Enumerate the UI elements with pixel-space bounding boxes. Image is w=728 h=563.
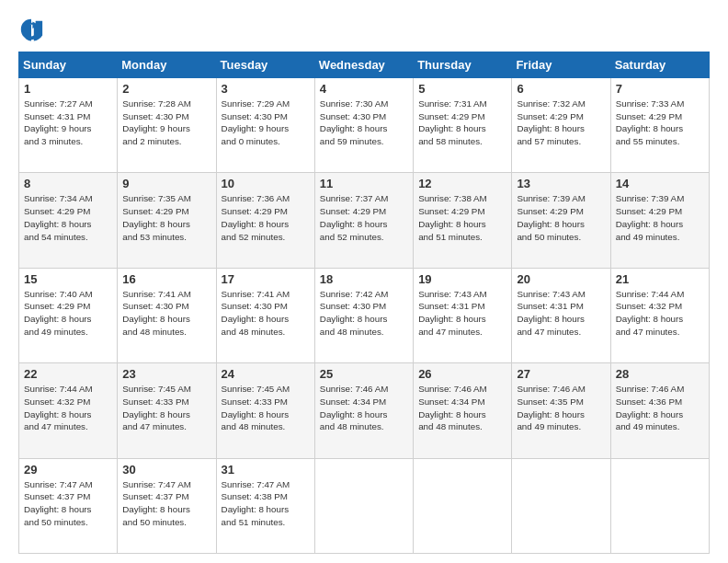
day-info: Sunrise: 7:46 AMSunset: 4:34 PMDaylight:…	[418, 383, 506, 433]
day-number: 26	[418, 367, 506, 381]
calendar-cell: 14 Sunrise: 7:39 AMSunset: 4:29 PMDaylig…	[610, 173, 709, 268]
day-number: 22	[24, 367, 112, 381]
day-info: Sunrise: 7:29 AMSunset: 4:30 PMDaylight:…	[222, 98, 310, 148]
calendar-cell: 20 Sunrise: 7:43 AMSunset: 4:31 PMDaylig…	[512, 268, 610, 362]
day-info: Sunrise: 7:45 AMSunset: 4:33 PMDaylight:…	[122, 383, 210, 433]
day-number: 1	[24, 82, 112, 96]
day-number: 14	[616, 177, 704, 190]
day-number: 6	[517, 82, 605, 96]
calendar-cell	[314, 458, 413, 553]
day-number: 11	[320, 177, 408, 190]
day-number: 24	[222, 367, 310, 381]
calendar-cell	[414, 458, 512, 553]
calendar-cell: 1 Sunrise: 7:27 AMSunset: 4:31 PMDayligh…	[19, 78, 118, 173]
day-number: 4	[320, 82, 408, 96]
day-number: 30	[122, 463, 210, 477]
weekday-header: Friday	[512, 52, 610, 78]
calendar-cell: 29 Sunrise: 7:47 AMSunset: 4:37 PMDaylig…	[19, 458, 118, 553]
calendar-cell: 22 Sunrise: 7:44 AMSunset: 4:32 PMDaylig…	[19, 363, 118, 458]
day-info: Sunrise: 7:27 AMSunset: 4:31 PMDaylight:…	[24, 98, 112, 148]
day-number: 18	[320, 272, 408, 286]
calendar-week-row: 1 Sunrise: 7:27 AMSunset: 4:31 PMDayligh…	[19, 78, 710, 173]
day-number: 23	[122, 367, 210, 381]
day-number: 28	[616, 367, 704, 381]
calendar-table: SundayMondayTuesdayWednesdayThursdayFrid…	[18, 52, 710, 554]
calendar-cell: 2 Sunrise: 7:28 AMSunset: 4:30 PMDayligh…	[118, 78, 216, 173]
day-info: Sunrise: 7:42 AMSunset: 4:30 PMDaylight:…	[320, 288, 408, 339]
day-info: Sunrise: 7:31 AMSunset: 4:29 PMDaylight:…	[418, 98, 506, 148]
day-info: Sunrise: 7:36 AMSunset: 4:29 PMDaylight:…	[222, 192, 310, 243]
day-number: 12	[418, 177, 506, 190]
calendar-cell: 12 Sunrise: 7:38 AMSunset: 4:29 PMDaylig…	[414, 173, 512, 268]
calendar-cell: 23 Sunrise: 7:45 AMSunset: 4:33 PMDaylig…	[118, 363, 216, 458]
day-number: 20	[517, 272, 605, 286]
day-info: Sunrise: 7:47 AMSunset: 4:37 PMDaylight:…	[122, 478, 210, 529]
page: SundayMondayTuesdayWednesdayThursdayFrid…	[0, 0, 728, 563]
calendar-cell: 10 Sunrise: 7:36 AMSunset: 4:29 PMDaylig…	[216, 173, 314, 268]
calendar-cell: 9 Sunrise: 7:35 AMSunset: 4:29 PMDayligh…	[118, 173, 216, 268]
calendar-cell: 19 Sunrise: 7:43 AMSunset: 4:31 PMDaylig…	[414, 268, 512, 362]
calendar-week-row: 15 Sunrise: 7:40 AMSunset: 4:29 PMDaylig…	[19, 268, 710, 362]
calendar-cell	[610, 458, 709, 553]
calendar-cell: 4 Sunrise: 7:30 AMSunset: 4:30 PMDayligh…	[314, 78, 413, 173]
day-info: Sunrise: 7:47 AMSunset: 4:38 PMDaylight:…	[222, 478, 310, 529]
calendar-cell: 3 Sunrise: 7:29 AMSunset: 4:30 PMDayligh…	[216, 78, 314, 173]
day-info: Sunrise: 7:43 AMSunset: 4:31 PMDaylight:…	[517, 288, 605, 339]
day-info: Sunrise: 7:41 AMSunset: 4:30 PMDaylight:…	[222, 288, 310, 339]
calendar-cell: 6 Sunrise: 7:32 AMSunset: 4:29 PMDayligh…	[512, 78, 610, 173]
calendar-cell: 25 Sunrise: 7:46 AMSunset: 4:34 PMDaylig…	[314, 363, 413, 458]
calendar-week-row: 29 Sunrise: 7:47 AMSunset: 4:37 PMDaylig…	[19, 458, 710, 553]
calendar-cell: 18 Sunrise: 7:42 AMSunset: 4:30 PMDaylig…	[314, 268, 413, 362]
day-number: 27	[517, 367, 605, 381]
day-info: Sunrise: 7:32 AMSunset: 4:29 PMDaylight:…	[517, 98, 605, 148]
day-info: Sunrise: 7:35 AMSunset: 4:29 PMDaylight:…	[122, 192, 210, 243]
day-info: Sunrise: 7:37 AMSunset: 4:29 PMDaylight:…	[320, 192, 408, 243]
calendar-cell: 8 Sunrise: 7:34 AMSunset: 4:29 PMDayligh…	[19, 173, 118, 268]
day-info: Sunrise: 7:46 AMSunset: 4:36 PMDaylight:…	[616, 383, 704, 433]
day-info: Sunrise: 7:39 AMSunset: 4:29 PMDaylight:…	[616, 192, 704, 243]
day-number: 3	[222, 82, 310, 96]
weekday-header: Saturday	[610, 52, 709, 78]
day-info: Sunrise: 7:46 AMSunset: 4:35 PMDaylight:…	[517, 383, 605, 433]
calendar-cell: 27 Sunrise: 7:46 AMSunset: 4:35 PMDaylig…	[512, 363, 610, 458]
day-info: Sunrise: 7:44 AMSunset: 4:32 PMDaylight:…	[24, 383, 112, 433]
day-info: Sunrise: 7:28 AMSunset: 4:30 PMDaylight:…	[122, 98, 210, 148]
calendar-cell: 13 Sunrise: 7:39 AMSunset: 4:29 PMDaylig…	[512, 173, 610, 268]
day-number: 2	[122, 82, 210, 96]
weekday-header: Tuesday	[216, 52, 314, 78]
calendar-cell: 17 Sunrise: 7:41 AMSunset: 4:30 PMDaylig…	[216, 268, 314, 362]
day-number: 31	[222, 463, 310, 477]
day-number: 13	[517, 177, 605, 190]
calendar-cell: 11 Sunrise: 7:37 AMSunset: 4:29 PMDaylig…	[314, 173, 413, 268]
day-number: 10	[222, 177, 310, 190]
calendar-cell: 26 Sunrise: 7:46 AMSunset: 4:34 PMDaylig…	[414, 363, 512, 458]
day-info: Sunrise: 7:30 AMSunset: 4:30 PMDaylight:…	[320, 98, 408, 148]
day-info: Sunrise: 7:41 AMSunset: 4:30 PMDaylight:…	[122, 288, 210, 339]
calendar-cell: 24 Sunrise: 7:45 AMSunset: 4:33 PMDaylig…	[216, 363, 314, 458]
day-number: 19	[418, 272, 506, 286]
day-info: Sunrise: 7:45 AMSunset: 4:33 PMDaylight:…	[222, 383, 310, 433]
day-info: Sunrise: 7:40 AMSunset: 4:29 PMDaylight:…	[24, 288, 112, 339]
calendar-cell: 31 Sunrise: 7:47 AMSunset: 4:38 PMDaylig…	[216, 458, 314, 553]
weekday-header-row: SundayMondayTuesdayWednesdayThursdayFrid…	[19, 52, 710, 78]
day-info: Sunrise: 7:47 AMSunset: 4:37 PMDaylight:…	[24, 478, 112, 529]
calendar-cell: 28 Sunrise: 7:46 AMSunset: 4:36 PMDaylig…	[610, 363, 709, 458]
day-info: Sunrise: 7:33 AMSunset: 4:29 PMDaylight:…	[616, 98, 704, 148]
day-info: Sunrise: 7:38 AMSunset: 4:29 PMDaylight:…	[418, 192, 506, 243]
day-info: Sunrise: 7:34 AMSunset: 4:29 PMDaylight:…	[24, 192, 112, 243]
day-info: Sunrise: 7:44 AMSunset: 4:32 PMDaylight:…	[616, 288, 704, 339]
logo-icon	[18, 17, 44, 42]
weekday-header: Thursday	[414, 52, 512, 78]
weekday-header: Wednesday	[314, 52, 413, 78]
calendar-cell: 21 Sunrise: 7:44 AMSunset: 4:32 PMDaylig…	[610, 268, 709, 362]
day-number: 16	[122, 272, 210, 286]
calendar-cell: 5 Sunrise: 7:31 AMSunset: 4:29 PMDayligh…	[414, 78, 512, 173]
calendar-week-row: 22 Sunrise: 7:44 AMSunset: 4:32 PMDaylig…	[19, 363, 710, 458]
day-number: 8	[24, 177, 112, 190]
day-number: 5	[418, 82, 506, 96]
weekday-header: Sunday	[19, 52, 118, 78]
day-number: 21	[616, 272, 704, 286]
day-number: 17	[222, 272, 310, 286]
weekday-header: Monday	[118, 52, 216, 78]
day-number: 15	[24, 272, 112, 286]
